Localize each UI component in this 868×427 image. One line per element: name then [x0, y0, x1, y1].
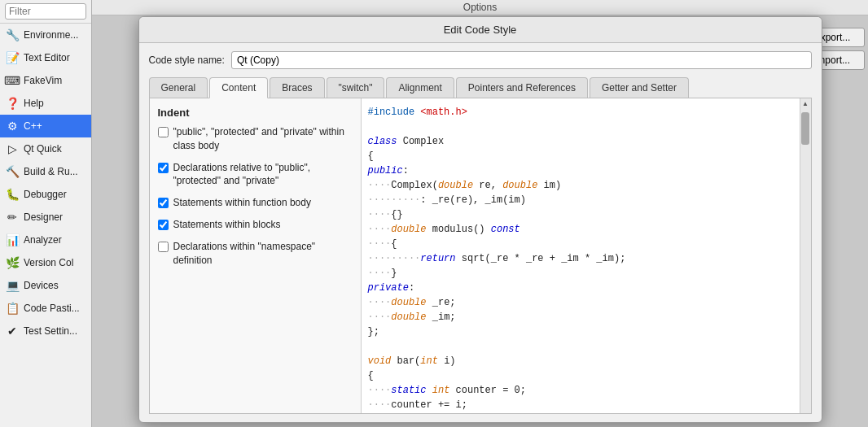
- code-style-label: Code style name:: [149, 54, 225, 66]
- code-preview: #include <math.h> class Complex { public…: [362, 98, 811, 413]
- analyzer-icon: 📊: [5, 233, 20, 247]
- modal-title: Edit Code Style: [139, 17, 822, 43]
- sidebar-item-designer[interactable]: ✏ Designer: [0, 206, 91, 229]
- sidebar-item-build-run[interactable]: 🔨 Build & Ru...: [0, 160, 91, 183]
- tab-alignment[interactable]: Alignment: [386, 77, 454, 98]
- sidebar-label-cpp: C++: [24, 120, 42, 132]
- sidebar-label-help: Help: [24, 98, 44, 109]
- sidebar-item-analyzer[interactable]: 📊 Analyzer: [0, 229, 91, 251]
- code-pasting-icon: 📋: [5, 301, 20, 316]
- checkbox-row-statements-function: Statements within function body: [158, 196, 353, 210]
- modal-overlay: Edit Code Style Code style name: General…: [92, 0, 868, 427]
- checkbox-row-public-protected: "public", "protected" and "private" with…: [158, 125, 353, 153]
- tab-getter-setter[interactable]: Getter and Setter: [590, 77, 689, 98]
- sidebar-label-designer: Designer: [24, 211, 63, 223]
- tab-general[interactable]: General: [149, 77, 208, 98]
- edit-code-style-modal: Edit Code Style Code style name: General…: [138, 16, 822, 423]
- tab-pointers[interactable]: Pointers and References: [456, 77, 588, 98]
- tabs-bar: GeneralContentBraces"switch"AlignmentPoi…: [149, 77, 812, 98]
- sidebar-item-devices[interactable]: 💻 Devices: [0, 274, 91, 297]
- sidebar-label-devices: Devices: [24, 280, 59, 291]
- sidebar-filter-area: [0, 0, 91, 24]
- tab-braces[interactable]: Braces: [270, 77, 324, 98]
- build-run-icon: 🔨: [5, 164, 20, 179]
- environment-icon: 🔧: [5, 28, 20, 42]
- sidebar-item-code-pasting[interactable]: 📋 Code Pasti...: [0, 297, 91, 320]
- checkbox-row-declarations-relative: Declarations relative to "public", "prot…: [158, 161, 353, 189]
- qt-quick-icon: ▷: [5, 142, 20, 156]
- checkbox-row-declarations-namespace: Declarations within "namespace" definiti…: [158, 240, 353, 268]
- sidebar-item-qt-quick[interactable]: ▷ Qt Quick: [0, 137, 91, 160]
- sidebar-label-environment: Environme...: [24, 29, 78, 41]
- tab-switch[interactable]: "switch": [327, 77, 385, 98]
- checkbox-row-statements-blocks: Statements within blocks: [158, 218, 353, 232]
- help-icon: ❓: [5, 96, 20, 111]
- sidebar: 🔧 Environme... 📝 Text Editor ⌨ FakeVim ❓…: [0, 0, 92, 427]
- sidebar-item-fakevim[interactable]: ⌨ FakeVim: [0, 69, 91, 92]
- checkbox-declarations-relative[interactable]: [158, 163, 169, 173]
- scroll-up-arrow[interactable]: ▲: [800, 98, 810, 109]
- designer-icon: ✏: [5, 210, 20, 224]
- indent-title: Indent: [158, 107, 353, 119]
- content-panel: Indent "public", "protected" and "privat…: [149, 98, 812, 414]
- indent-panel: Indent "public", "protected" and "privat…: [150, 98, 362, 413]
- checkbox-statements-function[interactable]: [158, 198, 169, 208]
- tab-content[interactable]: Content: [209, 77, 268, 98]
- sidebar-label-text-editor: Text Editor: [24, 52, 70, 63]
- fakevim-icon: ⌨: [5, 73, 20, 88]
- scrollbar-thumb[interactable]: [801, 112, 809, 145]
- debugger-icon: 🐛: [5, 187, 20, 202]
- sidebar-item-version-col[interactable]: 🌿 Version Col: [0, 251, 91, 274]
- text-editor-icon: 📝: [5, 50, 20, 65]
- sidebar-item-help[interactable]: ❓ Help: [0, 92, 91, 115]
- code-editor-preview: #include <math.h> class Complex { public…: [362, 98, 800, 413]
- test-settings-icon: ✔: [5, 324, 20, 338]
- checkbox-declarations-namespace[interactable]: [158, 242, 169, 252]
- sidebar-label-build-run: Build & Ru...: [24, 166, 78, 177]
- devices-icon: 💻: [5, 278, 20, 293]
- checkbox-label-statements-function: Statements within function body: [173, 196, 311, 210]
- code-style-input[interactable]: [231, 51, 812, 69]
- modal-body: Code style name: GeneralContentBraces"sw…: [139, 43, 822, 422]
- sidebar-item-test-settings[interactable]: ✔ Test Settin...: [0, 320, 91, 342]
- checkbox-label-statements-blocks: Statements within blocks: [173, 218, 281, 232]
- sidebar-item-debugger[interactable]: 🐛 Debugger: [0, 183, 91, 206]
- cpp-icon: ⚙: [5, 119, 20, 133]
- code-style-row: Code style name:: [149, 51, 812, 69]
- sidebar-label-test-settings: Test Settin...: [24, 325, 77, 337]
- sidebar-label-version-col: Version Col: [24, 257, 73, 268]
- sidebar-item-cpp[interactable]: ⚙ C++: [0, 115, 91, 137]
- checkbox-public-protected[interactable]: [158, 127, 169, 137]
- sidebar-label-qt-quick: Qt Quick: [24, 143, 62, 155]
- sidebar-label-code-pasting: Code Pasti...: [24, 303, 80, 314]
- sidebar-item-text-editor[interactable]: 📝 Text Editor: [0, 46, 91, 69]
- sidebar-item-environment[interactable]: 🔧 Environme...: [0, 24, 91, 46]
- sidebar-label-debugger: Debugger: [24, 189, 67, 200]
- version-col-icon: 🌿: [5, 255, 20, 270]
- main-area: Options Export... Import... Edit Code St…: [92, 0, 868, 427]
- filter-input[interactable]: [5, 3, 86, 20]
- checkbox-statements-blocks[interactable]: [158, 220, 169, 230]
- sidebar-label-analyzer: Analyzer: [24, 234, 62, 246]
- checkbox-label-declarations-relative: Declarations relative to "public", "prot…: [173, 161, 353, 189]
- checkbox-label-public-protected: "public", "protected" and "private" with…: [173, 125, 353, 153]
- code-preview-scrollbar[interactable]: ▲: [800, 98, 811, 413]
- sidebar-label-fakevim: FakeVim: [24, 75, 62, 86]
- checkbox-label-declarations-namespace: Declarations within "namespace" definiti…: [173, 240, 353, 268]
